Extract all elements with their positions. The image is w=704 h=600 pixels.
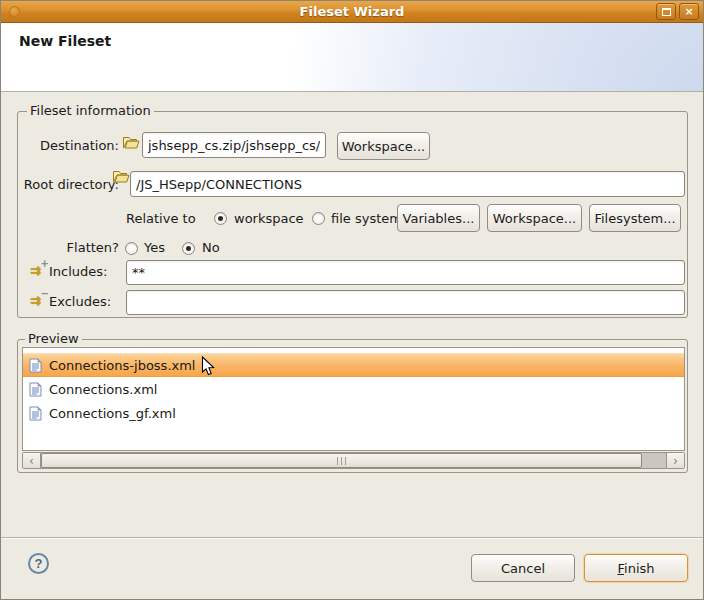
relative-filesystem-radio[interactable] (312, 212, 325, 225)
workspace-button[interactable]: Workspace... (487, 204, 582, 232)
flatten-yes-radio-label[interactable]: Yes (144, 240, 165, 255)
relative-workspace-radio[interactable] (214, 212, 227, 225)
destination-workspace-button[interactable]: Workspace... (337, 132, 430, 160)
list-item[interactable]: Connections.xml (23, 377, 684, 401)
scroll-right-button[interactable]: › (666, 453, 684, 468)
help-button[interactable]: ? (28, 553, 49, 574)
list-item-label: Connections-jboss.xml (49, 358, 196, 373)
variables-button[interactable]: Variables... (397, 204, 480, 232)
list-item-label: Connections.xml (49, 382, 157, 397)
scroll-right-icon: › (673, 454, 678, 468)
list-item[interactable]: Connections-jboss.xml (23, 353, 684, 377)
excludes-icon: ⇉ − (30, 292, 48, 310)
scrollbar-grip-icon (337, 457, 346, 465)
preview-legend: Preview (25, 331, 82, 346)
root-directory-folder-icon (112, 169, 130, 184)
root-directory-label: Root directory: (11, 177, 119, 192)
maximize-icon (662, 8, 671, 16)
window-title: Fileset Wizard (1, 1, 703, 22)
cancel-button[interactable]: Cancel (471, 554, 575, 582)
flatten-yes-radio[interactable] (125, 242, 138, 255)
destination-label: Destination: (21, 138, 119, 153)
fileset-information-legend: Fileset information (27, 103, 154, 118)
finish-button-label: Finish (617, 561, 654, 576)
xml-file-icon (29, 406, 42, 421)
horizontal-scrollbar[interactable]: ‹ › (22, 452, 685, 469)
close-button[interactable]: × (679, 3, 699, 20)
excludes-input[interactable] (126, 290, 685, 315)
titlebar[interactable]: Fileset Wizard × (1, 1, 703, 23)
fileset-wizard-dialog: Fileset Wizard × New Fileset Fileset inf… (0, 0, 704, 600)
preview-list[interactable]: Connections-jboss.xml Connections.xml (22, 347, 685, 451)
relative-to-label: Relative to (126, 211, 196, 226)
xml-file-icon (29, 358, 42, 373)
scroll-left-button[interactable]: ‹ (23, 453, 41, 468)
wizard-banner: New Fileset (1, 23, 703, 92)
includes-icon: ⇉ + (30, 262, 48, 280)
includes-label: Includes: (49, 264, 107, 279)
page-title: New Fileset (19, 33, 111, 49)
footer-separator (1, 537, 703, 538)
close-icon: × (684, 6, 693, 17)
list-item[interactable]: Connections_gf.xml (23, 401, 684, 425)
scroll-left-icon: ‹ (29, 454, 34, 468)
xml-file-icon (29, 382, 42, 397)
relative-workspace-radio-label[interactable]: workspace (234, 211, 304, 226)
root-directory-input[interactable] (130, 171, 685, 197)
scrollbar-thumb[interactable] (41, 453, 642, 468)
destination-input[interactable] (142, 132, 326, 158)
finish-button[interactable]: Finish (584, 554, 688, 582)
filesystem-button[interactable]: Filesystem... (589, 204, 681, 232)
list-item-label: Connections_gf.xml (49, 406, 176, 421)
maximize-button[interactable] (656, 3, 676, 20)
flatten-no-radio[interactable] (182, 242, 195, 255)
relative-filesystem-radio-label[interactable]: file system (331, 211, 402, 226)
flatten-no-radio-label[interactable]: No (202, 240, 220, 255)
flatten-label: Flatten? (21, 240, 119, 255)
includes-input[interactable] (126, 260, 685, 285)
excludes-label: Excludes: (49, 294, 111, 309)
destination-folder-icon (122, 135, 140, 150)
